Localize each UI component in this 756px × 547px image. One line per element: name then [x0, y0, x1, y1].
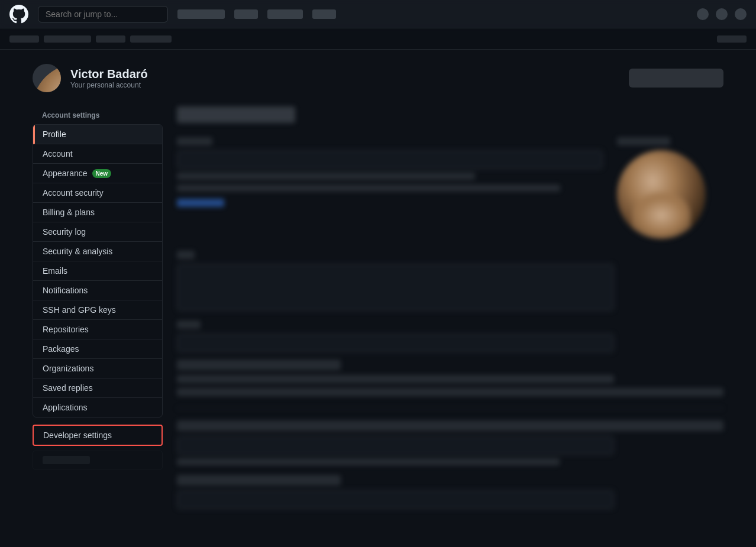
main-container: Victor Badaró Your personal account Acco… — [23, 50, 733, 533]
bio-label-blur — [177, 251, 195, 259]
location-section — [177, 420, 723, 465]
company-section — [177, 360, 723, 396]
sidebar-item-organizations-label: Organizations — [43, 364, 93, 373]
sidebar-item-saved-replies[interactable]: Saved replies — [33, 378, 162, 398]
sidebar-item-account-security[interactable]: Account security — [33, 183, 162, 203]
page-title-blur — [177, 106, 295, 123]
nav-link-blur-4 — [312, 9, 336, 19]
user-avatar-nav[interactable] — [735, 8, 747, 20]
sec-right — [717, 35, 747, 43]
sidebar-extra-button[interactable] — [33, 451, 163, 470]
location-label-blur — [177, 420, 723, 431]
sec-link-4 — [130, 35, 172, 43]
url-label-blur — [177, 321, 201, 329]
bio-input-blur — [177, 264, 614, 311]
user-name: Victor Badaró — [70, 67, 148, 81]
sidebar-item-ssh-gpg-label: SSH and GPG keys — [43, 305, 116, 315]
location-help-blur — [177, 458, 560, 465]
avatar-col — [617, 137, 723, 239]
sidebar-item-developer-settings[interactable]: Developer settings — [33, 425, 163, 446]
sidebar-item-emails[interactable]: Emails — [33, 261, 162, 281]
sidebar-item-security-log-label: Security log — [43, 227, 86, 237]
form-row-1 — [177, 137, 723, 239]
notifications-icon[interactable] — [697, 8, 709, 20]
user-header: Victor Badaró Your personal account — [33, 64, 723, 92]
timezone-input-blur — [177, 490, 614, 509]
sidebar-item-applications-label: Applications — [43, 403, 88, 412]
secondary-nav — [0, 28, 756, 50]
section-text-2 — [177, 388, 723, 396]
user-info: Victor Badaró Your personal account — [70, 67, 148, 89]
user-avatar — [33, 64, 61, 92]
nav-link-blur-2 — [234, 9, 258, 19]
user-subtitle: Your personal account — [70, 81, 148, 89]
sidebar-item-organizations[interactable]: Organizations — [33, 359, 162, 378]
timezone-section — [177, 475, 723, 509]
nav-link-blur-1 — [177, 9, 225, 19]
sidebar-item-profile-label: Profile — [43, 130, 66, 139]
sidebar-item-account-label: Account — [43, 149, 73, 158]
sidebar-item-notifications-label: Notifications — [43, 286, 88, 295]
section-heading-blur — [177, 360, 341, 370]
nav-right — [697, 8, 747, 20]
section-text-1 — [177, 375, 614, 383]
developer-settings-label: Developer settings — [43, 431, 112, 440]
nav-links — [177, 9, 336, 19]
location-input-blur — [177, 436, 614, 455]
appearance-new-badge: New — [92, 169, 112, 178]
sidebar-item-account[interactable]: Account — [33, 144, 162, 164]
sidebar-nav: Profile Account Appearance New Account s… — [33, 124, 163, 417]
content-layout: Account settings Profile Account Appeara… — [33, 106, 723, 519]
url-section — [177, 321, 723, 352]
sidebar-item-billing-label: Billing & plans — [43, 208, 95, 217]
sidebar-item-security-log[interactable]: Security log — [33, 222, 162, 242]
sidebar-section-header: Account settings — [33, 106, 163, 124]
sidebar-item-security-analysis[interactable]: Security & analysis — [33, 242, 162, 261]
user-header-button[interactable] — [629, 69, 723, 88]
sidebar-item-packages-label: Packages — [43, 344, 79, 354]
sidebar-item-emails-label: Emails — [43, 266, 67, 276]
profile-avatar-large — [617, 150, 706, 239]
avatar-image — [33, 64, 61, 92]
sidebar-item-notifications[interactable]: Notifications — [33, 281, 162, 300]
main-content-area — [177, 106, 723, 519]
sec-link-3 — [96, 35, 125, 43]
url-input-blur — [177, 334, 614, 352]
sidebar-item-security-analysis-label: Security & analysis — [43, 247, 112, 256]
sidebar-item-ssh-gpg[interactable]: SSH and GPG keys — [33, 300, 162, 320]
sidebar-item-saved-replies-label: Saved replies — [43, 383, 93, 393]
sidebar-item-billing[interactable]: Billing & plans — [33, 203, 162, 222]
sidebar-item-appearance[interactable]: Appearance New — [33, 164, 162, 183]
search-input[interactable] — [38, 6, 168, 22]
form-col-name — [177, 137, 603, 239]
profile-avatar-image — [617, 150, 706, 239]
timezone-label-blur — [177, 475, 341, 485]
form-help-1 — [177, 173, 475, 180]
form-label-blur-1 — [177, 137, 212, 145]
form-help-2 — [177, 185, 560, 192]
section-divider — [177, 408, 723, 409]
sidebar-item-applications[interactable]: Applications — [33, 398, 162, 417]
sec-link-1 — [9, 35, 39, 43]
sidebar-item-profile[interactable]: Profile — [33, 125, 162, 144]
form-link-blur — [177, 199, 224, 207]
bio-section — [177, 251, 723, 311]
sidebar-item-packages[interactable]: Packages — [33, 339, 162, 359]
sidebar-item-repositories[interactable]: Repositories — [33, 320, 162, 339]
avatar-label-blur — [617, 137, 670, 145]
sidebar-item-appearance-label: Appearance — [43, 169, 88, 178]
sec-right-link — [717, 35, 747, 43]
sidebar-item-account-security-label: Account security — [43, 188, 104, 198]
top-nav — [0, 0, 756, 28]
nav-link-blur-3 — [267, 9, 303, 19]
sidebar-item-repositories-label: Repositories — [43, 325, 89, 334]
add-icon[interactable] — [716, 8, 728, 20]
github-logo-icon[interactable] — [9, 5, 28, 24]
sec-link-2 — [44, 35, 91, 43]
sidebar: Account settings Profile Account Appeara… — [33, 106, 163, 470]
form-input-blur-1 — [177, 150, 603, 169]
